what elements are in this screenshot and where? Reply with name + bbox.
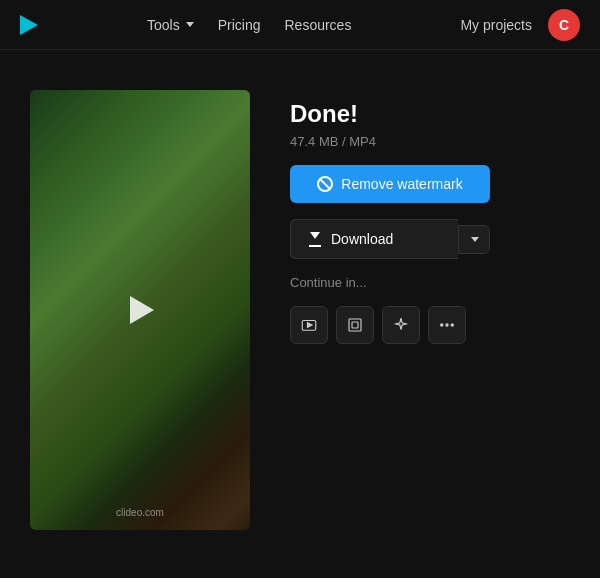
- pricing-nav-link[interactable]: Pricing: [218, 17, 261, 33]
- svg-point-5: [446, 324, 448, 326]
- remove-watermark-button[interactable]: Remove watermark: [290, 165, 490, 203]
- download-chevron-icon: [471, 237, 479, 242]
- nav-links: Tools Pricing Resources: [147, 17, 351, 33]
- video-preview: clideo.com: [30, 90, 250, 530]
- file-info: 47.4 MB / MP4: [290, 134, 490, 149]
- main-content: clideo.com Done! 47.4 MB / MP4 Remove wa…: [0, 50, 600, 578]
- compress-icon-button[interactable]: [336, 306, 374, 344]
- download-label: Download: [331, 231, 393, 247]
- download-icon: [307, 231, 323, 247]
- download-chevron-button[interactable]: [458, 225, 490, 254]
- download-row: Download: [290, 219, 490, 259]
- tools-chevron-icon: [186, 22, 194, 27]
- right-panel: Done! 47.4 MB / MP4 Remove watermark Dow…: [290, 90, 490, 538]
- sparkle-icon: [392, 316, 410, 334]
- play-button[interactable]: [118, 288, 162, 332]
- svg-rect-3: [352, 322, 358, 328]
- compress-icon: [346, 316, 364, 334]
- video-watermark: clideo.com: [116, 507, 164, 518]
- youtube-icon-button[interactable]: [290, 306, 328, 344]
- svg-point-4: [441, 324, 443, 326]
- play-icon: [130, 296, 154, 324]
- continue-label: Continue in...: [290, 275, 490, 290]
- more-options-button[interactable]: [428, 306, 466, 344]
- done-title: Done!: [290, 100, 490, 128]
- tools-nav-link[interactable]: Tools: [147, 17, 194, 33]
- my-projects-link[interactable]: My projects: [460, 17, 532, 33]
- youtube-icon: [300, 316, 318, 334]
- continue-icons: [290, 306, 490, 344]
- enhance-icon-button[interactable]: [382, 306, 420, 344]
- remove-watermark-label: Remove watermark: [341, 176, 462, 192]
- avatar[interactable]: C: [548, 9, 580, 41]
- logo-icon: [20, 15, 38, 35]
- file-size: 47.4 MB: [290, 134, 338, 149]
- download-button[interactable]: Download: [290, 219, 458, 259]
- resources-nav-link[interactable]: Resources: [284, 17, 351, 33]
- more-icon: [438, 316, 456, 334]
- navbar: Tools Pricing Resources My projects C: [0, 0, 600, 50]
- svg-point-6: [451, 324, 453, 326]
- svg-rect-2: [349, 319, 361, 331]
- ban-icon: [317, 176, 333, 192]
- file-format: MP4: [349, 134, 376, 149]
- logo[interactable]: [20, 15, 38, 35]
- nav-right: My projects C: [460, 9, 580, 41]
- svg-marker-1: [308, 323, 313, 328]
